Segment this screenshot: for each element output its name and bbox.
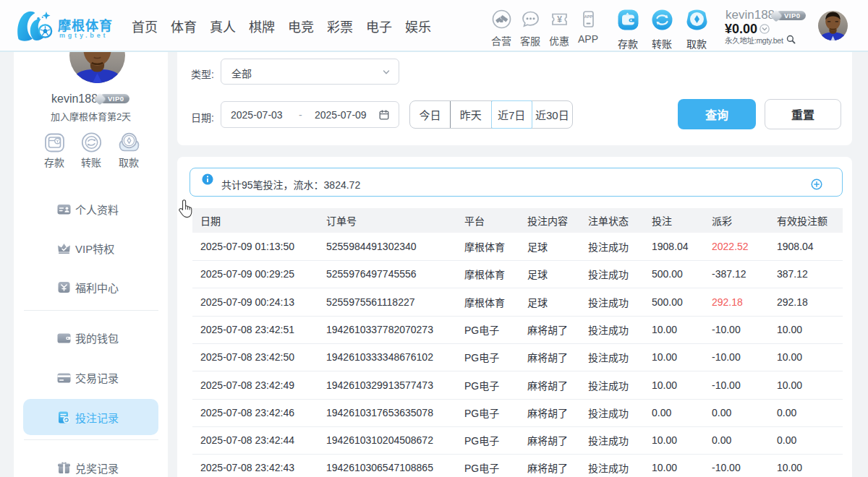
svg-text:APP: APP	[584, 14, 592, 19]
svg-text:¥: ¥	[557, 14, 562, 25]
